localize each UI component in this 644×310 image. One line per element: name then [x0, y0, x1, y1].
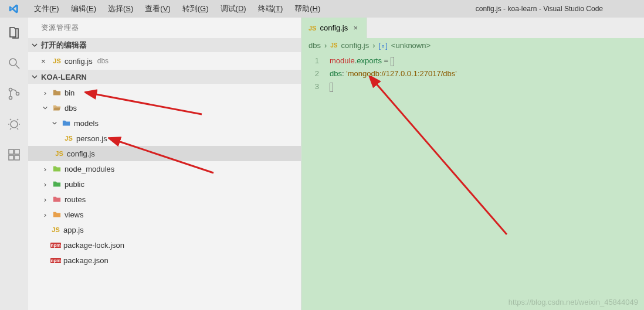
folder-icon — [52, 88, 62, 97]
chevron-down-icon — [41, 104, 49, 113]
folder-views-icon — [52, 210, 62, 219]
brace-close-icon — [330, 83, 333, 92]
tree-label: models — [74, 119, 99, 128]
workspace-header[interactable]: KOA-LEARN — [28, 70, 301, 84]
line-number: 2 — [301, 67, 319, 80]
tree-item-person[interactable]: JS person.js — [28, 131, 301, 146]
tab-config[interactable]: JS config.js × — [301, 18, 367, 38]
folder-routes-icon — [52, 195, 62, 203]
chevron-right-icon: › — [41, 165, 49, 173]
open-editor-path: dbs — [97, 57, 109, 65]
search-icon[interactable] — [0, 52, 28, 75]
tree-label: package-lock.json — [63, 241, 124, 250]
svg-point-1 — [9, 88, 12, 91]
tree-item-routes[interactable]: › routes — [28, 192, 301, 207]
folder-public-icon — [52, 180, 62, 188]
tree-item-app[interactable]: JS app.js — [28, 222, 301, 237]
explorer-icon[interactable] — [0, 21, 28, 45]
line-number: 1 — [301, 54, 319, 67]
extensions-icon[interactable] — [0, 143, 28, 166]
folder-node-icon — [52, 165, 62, 173]
open-editor-item[interactable]: × JS config.js dbs — [28, 53, 301, 69]
code-line[interactable]: module.exports = — [330, 54, 457, 67]
code-line[interactable] — [330, 80, 457, 93]
tree-label: package.json — [63, 256, 109, 265]
menu-edit[interactable]: 编辑(E) — [65, 0, 102, 18]
debug-icon[interactable] — [0, 113, 28, 136]
activity-bar — [0, 18, 28, 310]
workspace-label: KOA-LEARN — [41, 73, 87, 81]
chevron-right-icon: › — [372, 41, 375, 50]
svg-rect-5 — [9, 149, 13, 154]
vscode-logo-icon — [0, 4, 28, 14]
open-editors-label: 打开的编辑器 — [41, 40, 87, 50]
chevron-down-icon — [30, 73, 39, 81]
svg-rect-7 — [9, 155, 13, 160]
open-editor-name: config.js — [65, 57, 93, 66]
tree-item-pkglock[interactable]: npm package-lock.json — [28, 237, 301, 253]
menu-go[interactable]: 转到(G) — [177, 0, 215, 18]
menu-bar: 文件(F) 编辑(E) 选择(S) 查看(V) 转到(G) 调试(D) 终端(T… — [28, 0, 326, 18]
tab-bar: JS config.js × — [301, 18, 644, 38]
code-line[interactable]: dbs: 'mongodb://127.0.0.1:27017/dbs' — [330, 67, 457, 80]
editor-area: JS config.js × dbs › JS config.js › [∘] … — [301, 18, 644, 310]
tree-item-pkg[interactable]: npm package.json — [28, 253, 301, 268]
close-icon[interactable]: × — [41, 57, 49, 66]
chevron-right-icon: › — [41, 210, 49, 219]
chevron-right-icon: › — [41, 180, 49, 189]
breadcrumb-seg[interactable]: config.js — [341, 41, 370, 50]
js-file-icon: JS — [50, 226, 61, 233]
watermark-text: https://blog.csdn.net/weixin_45844049 — [509, 298, 638, 306]
menu-selection[interactable]: 选择(S) — [102, 0, 139, 18]
folder-open-icon — [52, 104, 62, 112]
svg-point-4 — [11, 121, 18, 128]
tree-label: dbs — [65, 104, 77, 113]
code-editor[interactable]: 1 2 3 module.exports = dbs: 'mongodb://1… — [301, 52, 644, 310]
code-lines[interactable]: module.exports = dbs: 'mongodb://127.0.0… — [330, 52, 457, 310]
tree-item-bin[interactable]: › bin — [28, 85, 301, 100]
tree-item-nodemodules[interactable]: › node_modules — [28, 161, 301, 176]
tree-label: views — [65, 210, 84, 219]
tree-label: person.js — [76, 134, 107, 143]
tree-item-config[interactable]: JS config.js — [28, 146, 301, 161]
folder-model-icon — [61, 119, 72, 127]
js-file-icon: JS — [63, 135, 74, 142]
tab-label: config.js — [320, 23, 348, 32]
brace-open-icon — [391, 57, 394, 66]
tree-item-public[interactable]: › public — [28, 176, 301, 192]
svg-point-2 — [9, 97, 12, 100]
tree-label: public — [65, 180, 84, 189]
tree-item-models[interactable]: models — [28, 115, 301, 131]
tree-label: bin — [65, 88, 74, 97]
tree-label: config.js — [67, 149, 95, 158]
menu-terminal[interactable]: 终端(T) — [252, 0, 289, 18]
symbol-icon: [∘] — [379, 41, 388, 50]
scm-icon[interactable] — [0, 82, 28, 105]
tree-label: node_modules — [65, 165, 114, 173]
menu-view[interactable]: 查看(V) — [139, 0, 176, 18]
menu-debug[interactable]: 调试(D) — [215, 0, 252, 18]
breadcrumb-seg[interactable]: dbs — [309, 41, 321, 50]
chevron-right-icon: › — [41, 195, 49, 204]
explorer-sidebar: 资源管理器 打开的编辑器 × JS config.js dbs KOA-LEAR… — [28, 18, 301, 310]
breadcrumb-seg[interactable]: <unknown> — [391, 41, 431, 50]
close-icon[interactable]: × — [351, 23, 360, 32]
svg-point-3 — [16, 93, 19, 96]
svg-rect-6 — [15, 149, 19, 154]
window-title: config.js - koa-learn - Visual Studio Co… — [326, 5, 644, 13]
tree-item-views[interactable]: › views — [28, 207, 301, 222]
title-bar: 文件(F) 编辑(E) 选择(S) 查看(V) 转到(G) 调试(D) 终端(T… — [0, 0, 644, 18]
js-file-icon: JS — [309, 25, 316, 32]
breadcrumbs[interactable]: dbs › JS config.js › [∘] <unknown> — [301, 38, 644, 52]
sidebar-title: 资源管理器 — [28, 18, 301, 38]
tree-label: app.js — [63, 226, 84, 234]
menu-help[interactable]: 帮助(H) — [289, 0, 326, 18]
tree-item-dbs[interactable]: dbs — [28, 100, 301, 115]
npm-file-icon: npm — [50, 258, 61, 263]
line-number: 3 — [301, 80, 319, 93]
npm-file-icon: npm — [50, 243, 61, 248]
js-file-icon: JS — [54, 150, 65, 157]
menu-file[interactable]: 文件(F) — [28, 0, 65, 18]
open-editors-header[interactable]: 打开的编辑器 — [28, 38, 301, 52]
tree-label: routes — [65, 195, 86, 204]
